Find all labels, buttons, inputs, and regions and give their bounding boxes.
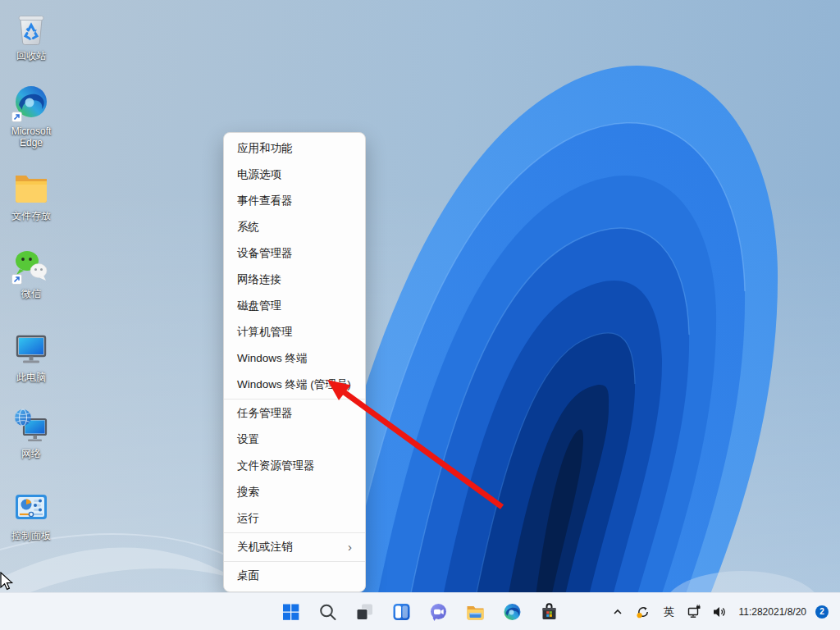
menu-item-run[interactable]: 运行 <box>224 505 365 532</box>
desktop-icon-label: 文件存放 <box>11 210 51 221</box>
desktop-icon-recycle-bin[interactable]: 回收站 <box>0 7 62 62</box>
menu-item-power-options[interactable]: 电源选项 <box>224 162 365 188</box>
network-tray-button[interactable] <box>684 597 704 627</box>
menu-item-windows-terminal[interactable]: Windows 终端 <box>224 345 365 372</box>
menu-item-windows-terminal-admin[interactable]: Windows 终端 (管理员) <box>224 372 365 398</box>
menu-item-device-manager[interactable]: 设备管理器 <box>224 240 365 267</box>
desktop-icon-wechat[interactable]: 微信 <box>0 244 62 299</box>
desktop-icon-edge[interactable]: Microsoft Edge <box>0 82 62 148</box>
desktop-icon-label: 微信 <box>21 288 41 299</box>
file-explorer-button[interactable] <box>459 596 492 628</box>
menu-item-settings[interactable]: 设置 <box>224 427 365 453</box>
menu-item-event-viewer[interactable]: 事件查看器 <box>224 188 365 214</box>
start-button[interactable] <box>275 596 308 628</box>
shortcut-arrow-icon <box>11 112 22 122</box>
system-tray: 英 11:28 2021/8/20 2 <box>608 593 829 630</box>
clock-date: 2021/8/20 <box>763 606 806 618</box>
menu-item-disk-management[interactable]: 磁盘管理 <box>224 293 365 319</box>
windows-update-tray-button[interactable] <box>633 597 653 627</box>
monitor-icon <box>11 328 52 369</box>
task-view-button[interactable] <box>349 596 381 628</box>
network-globe-monitor-icon <box>11 404 52 445</box>
ime-indicator[interactable]: 英 <box>659 597 678 627</box>
update-pending-icon <box>636 605 651 619</box>
store-icon <box>540 602 559 622</box>
menu-separator <box>224 532 365 533</box>
wechat-icon <box>11 244 52 285</box>
start-icon <box>281 602 301 622</box>
submenu-chevron-icon: › <box>348 534 352 560</box>
taskbar: 英 11:28 2021/8/20 2 <box>0 592 840 630</box>
wallpaper-bloom <box>0 0 840 630</box>
desktop-icon-control-panel[interactable]: 控制面板 <box>0 486 62 541</box>
file-explorer-icon <box>466 602 486 622</box>
desktop-icon-label: 回收站 <box>16 50 46 62</box>
edge-taskbar-button[interactable] <box>496 596 529 628</box>
menu-item-shutdown-signout[interactable]: 关机或注销 › <box>224 534 365 560</box>
chevron-up-icon <box>611 605 624 619</box>
clock[interactable]: 11:28 2021/8/20 <box>735 597 810 627</box>
menu-separator <box>224 561 365 562</box>
menu-item-computer-management[interactable]: 计算机管理 <box>224 319 365 345</box>
desktop-icon-network[interactable]: 网络 <box>0 404 62 459</box>
search-icon <box>318 602 338 622</box>
desktop-icon-label: 此电脑 <box>16 372 46 383</box>
widgets-icon <box>392 602 412 622</box>
control-panel-icon <box>11 486 52 527</box>
shortcut-arrow-icon <box>11 274 22 285</box>
menu-item-apps-features[interactable]: 应用和功能 <box>224 135 365 162</box>
recycle-bin-icon <box>11 7 52 48</box>
store-button[interactable] <box>533 596 566 628</box>
chat-button[interactable] <box>422 596 455 628</box>
volume-tray-button[interactable] <box>710 597 729 627</box>
desktop-icon-file-folder[interactable]: 文件存放 <box>0 167 62 221</box>
menu-item-task-manager[interactable]: 任务管理器 <box>224 400 365 427</box>
volume-icon <box>712 605 727 619</box>
task-view-icon <box>355 602 375 622</box>
desktop-icon-label: Microsoft Edge <box>1 126 62 148</box>
menu-item-file-explorer[interactable]: 文件资源管理器 <box>224 453 365 479</box>
taskbar-center-buttons <box>275 593 566 630</box>
network-tray-icon <box>687 605 702 619</box>
desktop-icon-this-pc[interactable]: 此电脑 <box>0 328 62 383</box>
widgets-button[interactable] <box>386 596 418 628</box>
winx-context-menu: 应用和功能 电源选项 事件查看器 系统 设备管理器 网络连接 磁盘管理 计算机管… <box>223 132 366 592</box>
menu-item-desktop[interactable]: 桌面 <box>224 563 365 589</box>
search-button[interactable] <box>312 596 345 628</box>
edge-icon <box>503 602 523 622</box>
edge-desktop-icon <box>11 82 52 123</box>
desktop-icon-label: 控制面板 <box>11 530 51 541</box>
menu-item-search[interactable]: 搜索 <box>224 479 365 505</box>
hidden-icons-button[interactable] <box>608 597 628 627</box>
folder-icon <box>11 167 52 208</box>
menu-separator <box>224 399 365 399</box>
menu-item-network-connections[interactable]: 网络连接 <box>224 267 365 293</box>
clock-time: 11:28 <box>738 606 762 618</box>
menu-item-system[interactable]: 系统 <box>224 214 365 240</box>
notification-badge[interactable]: 2 <box>815 605 829 619</box>
chat-icon <box>429 602 449 622</box>
desktop-icon-label: 网络 <box>21 448 41 459</box>
